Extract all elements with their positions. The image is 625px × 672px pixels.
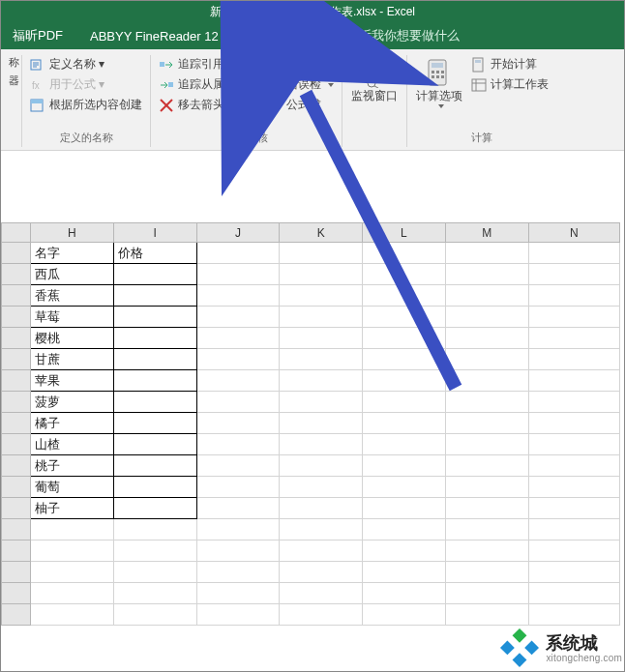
col-header-M[interactable]: M bbox=[445, 223, 528, 243]
cell[interactable]: 香蕉 bbox=[31, 285, 114, 307]
cell[interactable] bbox=[528, 541, 619, 562]
cell[interactable] bbox=[280, 604, 363, 626]
row-header[interactable] bbox=[2, 455, 31, 477]
cell[interactable] bbox=[528, 285, 619, 307]
cell[interactable] bbox=[445, 413, 528, 434]
spreadsheet-area[interactable]: H I J K L M N 名字价格西瓜香蕉草莓樱桃甘蔗苹果菠萝橘子山楂桃子葡萄… bbox=[1, 151, 624, 672]
row-header[interactable] bbox=[2, 498, 31, 519]
error-checking-button[interactable]: ! 错误检 bbox=[265, 75, 336, 94]
tab-acrobat[interactable]: ACROBAT bbox=[242, 25, 310, 47]
table-row[interactable]: 樱桃 bbox=[2, 328, 620, 349]
cell[interactable]: 橘子 bbox=[31, 413, 114, 434]
cell[interactable] bbox=[528, 455, 619, 477]
cell[interactable] bbox=[363, 413, 446, 434]
col-header-K[interactable]: K bbox=[280, 223, 363, 243]
row-header[interactable] bbox=[2, 392, 31, 413]
cell[interactable] bbox=[528, 498, 619, 519]
row-header[interactable] bbox=[2, 328, 31, 349]
row-header[interactable] bbox=[2, 562, 31, 583]
cell[interactable] bbox=[113, 413, 196, 434]
table-row[interactable] bbox=[2, 583, 620, 604]
cell[interactable] bbox=[528, 264, 619, 285]
cell[interactable] bbox=[31, 562, 114, 583]
cell[interactable] bbox=[363, 583, 446, 604]
cell[interactable] bbox=[528, 243, 619, 264]
cell[interactable]: 葡萄 bbox=[31, 477, 114, 498]
cell[interactable] bbox=[113, 519, 196, 541]
cell[interactable] bbox=[280, 519, 363, 541]
cell[interactable] bbox=[280, 413, 363, 434]
cell[interactable] bbox=[363, 562, 446, 583]
row-header[interactable] bbox=[2, 370, 31, 392]
cell[interactable] bbox=[280, 477, 363, 498]
calculate-now-button[interactable]: 开始计算 bbox=[469, 55, 539, 73]
cell[interactable]: 山楂 bbox=[31, 434, 114, 455]
cell[interactable]: 樱桃 bbox=[31, 328, 114, 349]
row-header[interactable] bbox=[2, 264, 31, 285]
trace-dependents-button[interactable]: 追踪从属单元格 bbox=[157, 75, 261, 94]
cell[interactable] bbox=[113, 349, 196, 370]
cell[interactable] bbox=[363, 349, 446, 370]
table-row[interactable]: 苹果 bbox=[2, 370, 620, 392]
cell[interactable]: 名字 bbox=[31, 243, 114, 264]
cell[interactable] bbox=[528, 328, 619, 349]
cell[interactable] bbox=[196, 583, 280, 604]
cell[interactable] bbox=[528, 604, 619, 626]
cell[interactable] bbox=[445, 498, 528, 519]
col-header-I[interactable]: I bbox=[113, 223, 196, 243]
cell[interactable] bbox=[196, 519, 280, 541]
cell[interactable] bbox=[280, 392, 363, 413]
table-row[interactable] bbox=[2, 519, 620, 541]
col-header-H[interactable]: H bbox=[31, 223, 114, 243]
cell[interactable] bbox=[363, 370, 446, 392]
cell[interactable] bbox=[445, 583, 528, 604]
cell[interactable] bbox=[528, 477, 619, 498]
row-header[interactable] bbox=[2, 583, 31, 604]
col-header-J[interactable]: J bbox=[196, 223, 280, 243]
cell[interactable] bbox=[196, 562, 280, 583]
select-all-corner[interactable] bbox=[2, 223, 31, 243]
table-row[interactable]: 山楂 bbox=[2, 434, 620, 455]
evaluate-formula-button[interactable]: fx 公式求 bbox=[265, 96, 323, 114]
cell[interactable] bbox=[445, 477, 528, 498]
row-header[interactable] bbox=[2, 413, 31, 434]
cell[interactable] bbox=[113, 498, 196, 519]
table-row[interactable]: 甘蔗 bbox=[2, 349, 620, 370]
cell[interactable] bbox=[528, 370, 619, 392]
cell[interactable] bbox=[113, 434, 196, 455]
cell[interactable] bbox=[196, 455, 280, 477]
cell[interactable] bbox=[113, 541, 196, 562]
cell[interactable] bbox=[196, 434, 280, 455]
cell[interactable] bbox=[113, 604, 196, 626]
cell[interactable] bbox=[196, 370, 280, 392]
cell[interactable] bbox=[445, 285, 528, 307]
cell[interactable] bbox=[113, 583, 196, 604]
create-from-selection-button[interactable]: 根据所选内容创建 bbox=[28, 96, 144, 114]
row-header[interactable] bbox=[2, 477, 31, 498]
cell[interactable] bbox=[113, 307, 196, 328]
cell[interactable] bbox=[445, 328, 528, 349]
cell[interactable] bbox=[280, 562, 363, 583]
table-row[interactable]: 菠萝 bbox=[2, 392, 620, 413]
column-header-row[interactable]: H I J K L M N bbox=[2, 223, 620, 243]
cell[interactable] bbox=[363, 477, 446, 498]
cell[interactable] bbox=[363, 604, 446, 626]
cell[interactable] bbox=[31, 604, 114, 626]
cell[interactable]: 西瓜 bbox=[31, 264, 114, 285]
calculate-sheet-button[interactable]: 计算工作表 bbox=[469, 75, 551, 94]
row-header[interactable] bbox=[2, 285, 31, 307]
cell[interactable] bbox=[280, 455, 363, 477]
cell[interactable] bbox=[363, 392, 446, 413]
cell[interactable] bbox=[280, 307, 363, 328]
row-header[interactable] bbox=[2, 243, 31, 264]
cell[interactable] bbox=[196, 285, 280, 307]
cell[interactable] bbox=[445, 541, 528, 562]
cell[interactable] bbox=[196, 264, 280, 285]
cell[interactable] bbox=[113, 264, 196, 285]
cell[interactable] bbox=[113, 392, 196, 413]
calculation-options-button[interactable]: 计算选项 bbox=[413, 55, 465, 110]
cell[interactable] bbox=[31, 583, 114, 604]
cell[interactable] bbox=[280, 583, 363, 604]
row-header[interactable] bbox=[2, 349, 31, 370]
cell[interactable] bbox=[528, 562, 619, 583]
